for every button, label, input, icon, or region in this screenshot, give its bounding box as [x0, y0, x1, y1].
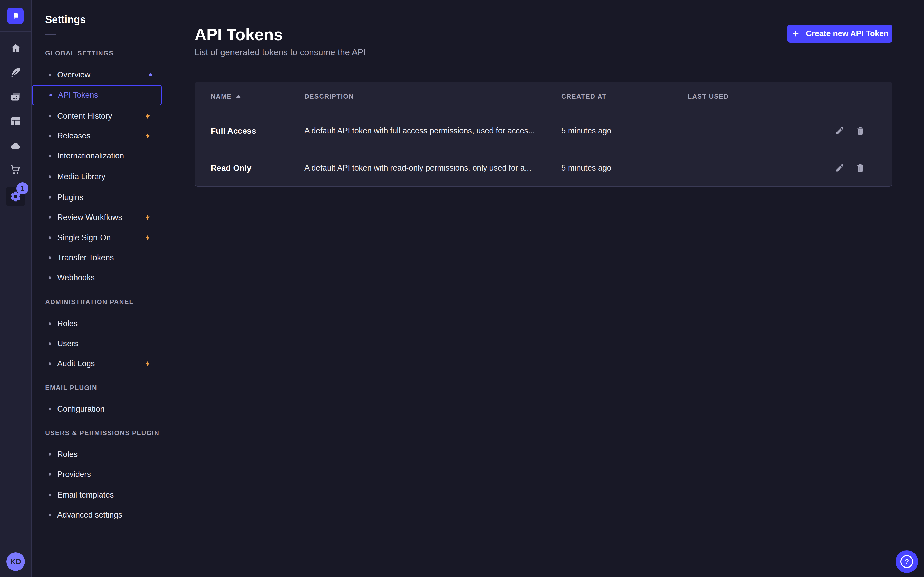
sidebar-item-review-workflows[interactable]: Review Workflows — [32, 208, 162, 227]
column-header-last-used: LAST USED — [688, 93, 729, 100]
plus-icon — [791, 29, 800, 38]
subnav-title: Settings — [45, 14, 86, 26]
sidebar-item-webhooks[interactable]: Webhooks — [32, 268, 162, 288]
bullet — [48, 256, 51, 259]
overview-notification-dot — [149, 73, 152, 76]
bullet — [48, 74, 51, 76]
question-mark-icon: ? — [900, 555, 913, 568]
bullet — [48, 176, 51, 178]
cell-created-at: 5 minutes ago — [561, 123, 611, 139]
sidebar-item-providers[interactable]: Providers — [32, 464, 162, 484]
lightning-icon — [144, 234, 152, 242]
bullet — [48, 276, 51, 279]
content-type-builder-icon[interactable] — [6, 111, 26, 131]
lightning-icon — [144, 359, 152, 368]
sidebar-item-audit-logs[interactable]: Audit Logs — [32, 354, 162, 374]
bullet — [48, 155, 51, 157]
bullet — [48, 453, 51, 456]
nav-divider-bottom — [0, 546, 31, 546]
table-row[interactable]: Read Only A default API token with read-… — [195, 150, 892, 187]
lightning-icon — [144, 213, 152, 222]
cell-name: Full Access — [211, 123, 256, 139]
bullet — [48, 342, 51, 345]
sidebar-item-transfer-tokens[interactable]: Transfer Tokens — [32, 248, 162, 268]
sidebar-item-roles-admin[interactable]: Roles — [32, 314, 162, 334]
cloud-deploy-icon[interactable] — [6, 136, 26, 155]
section-email-plugin: EMAIL PLUGIN — [45, 383, 97, 392]
column-header-description: DESCRIPTION — [304, 93, 354, 100]
section-administration-panel: ADMINISTRATION PANEL — [45, 297, 134, 306]
sidebar-item-content-history[interactable]: Content History — [32, 106, 162, 126]
lightning-icon — [144, 132, 152, 140]
sidebar-item-internationalization[interactable]: Internationalization — [32, 146, 162, 166]
sidebar-item-overview[interactable]: Overview — [32, 65, 162, 85]
page-title: API Tokens — [195, 25, 283, 44]
edit-pencil-icon[interactable] — [832, 160, 847, 176]
create-api-token-button[interactable]: Create new API Token — [787, 25, 892, 43]
sidebar-item-email-templates[interactable]: Email templates — [32, 485, 162, 505]
sidebar-item-media-library[interactable]: Media Library — [32, 167, 162, 187]
lightning-icon — [144, 112, 152, 120]
bullet — [48, 135, 51, 137]
column-header-created-at: CREATED AT — [561, 93, 606, 100]
cell-name: Read Only — [211, 160, 251, 176]
bullet — [48, 216, 51, 219]
bullet — [48, 473, 51, 476]
bullet — [48, 322, 51, 325]
table-row[interactable]: Full Access A default API token with ful… — [195, 112, 892, 150]
sidebar-item-roles-up[interactable]: Roles — [32, 445, 162, 464]
subnav-title-divider — [45, 34, 56, 35]
section-global-settings: GLOBAL SETTINGS — [45, 48, 114, 58]
edit-pencil-icon[interactable] — [832, 123, 847, 139]
nav-divider-top — [0, 31, 31, 32]
sort-asc-icon — [236, 95, 241, 98]
bullet — [48, 363, 51, 365]
strapi-logo-icon — [11, 11, 20, 21]
help-button[interactable]: ? — [895, 550, 918, 573]
bullet — [48, 237, 51, 239]
home-icon[interactable] — [6, 39, 26, 58]
delete-trash-icon[interactable] — [853, 160, 868, 176]
settings-notification-badge: 1 — [16, 182, 29, 194]
sidebar-item-api-tokens[interactable]: API Tokens — [32, 85, 162, 105]
main-nav: 1 KD — [0, 0, 32, 577]
sidebar-item-releases[interactable]: Releases — [32, 126, 162, 146]
sidebar-item-advanced-settings[interactable]: Advanced settings — [32, 505, 162, 525]
cell-description: A default API token with read-only permi… — [304, 160, 531, 176]
strapi-logo[interactable] — [7, 8, 24, 24]
page-subtitle: List of generated tokens to consume the … — [195, 47, 366, 57]
bullet — [48, 408, 51, 410]
sidebar-item-configuration[interactable]: Configuration — [32, 399, 162, 419]
bullet — [49, 94, 52, 97]
user-avatar[interactable]: KD — [6, 552, 25, 571]
bullet — [48, 514, 51, 516]
cell-description: A default API token with full access per… — [304, 123, 535, 139]
cell-created-at: 5 minutes ago — [561, 160, 611, 176]
settings-subnav: Settings GLOBAL SETTINGS Overview API To… — [32, 0, 163, 577]
api-tokens-table: NAME DESCRIPTION CREATED AT LAST USED Fu… — [195, 82, 892, 187]
bullet — [48, 196, 51, 199]
media-library-icon[interactable] — [6, 87, 26, 107]
marketplace-cart-icon[interactable] — [6, 160, 26, 180]
content-manager-feather-icon[interactable] — [6, 63, 26, 82]
sidebar-item-users[interactable]: Users — [32, 334, 162, 354]
bullet — [48, 115, 51, 118]
column-header-name[interactable]: NAME — [211, 93, 241, 100]
sidebar-item-plugins[interactable]: Plugins — [32, 187, 162, 208]
section-users-permissions-plugin: USERS & PERMISSIONS PLUGIN — [45, 428, 159, 437]
bullet — [48, 494, 51, 496]
sidebar-item-single-sign-on[interactable]: Single Sign-On — [32, 228, 162, 248]
delete-trash-icon[interactable] — [853, 123, 868, 139]
